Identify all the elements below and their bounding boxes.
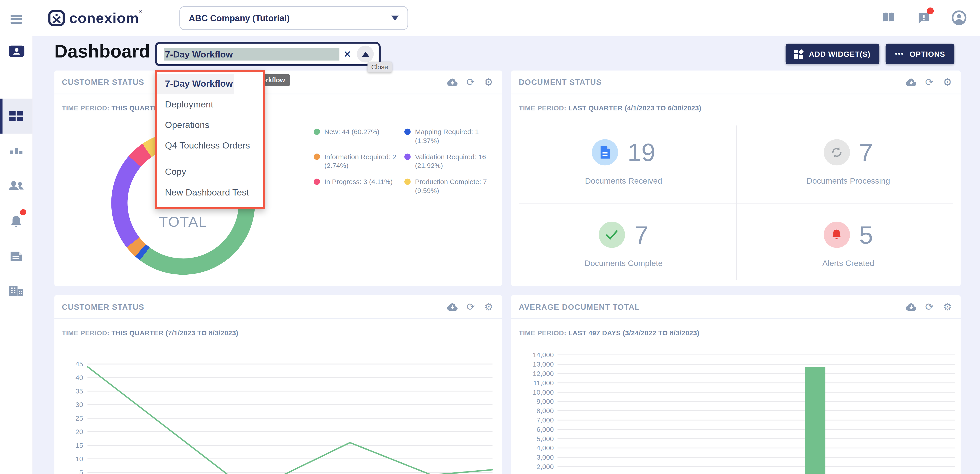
settings-icon[interactable]: ⚙	[942, 301, 953, 312]
menu-item[interactable]: Q4 Touchless Orders	[157, 135, 263, 156]
feedback-icon[interactable]	[916, 10, 931, 26]
legend-label: Validation Required: 16 (21.92%)	[415, 153, 486, 169]
sidebar-item-dashboard[interactable]	[0, 98, 32, 133]
legend-dot-icon	[314, 128, 320, 135]
legend-label: New: 44 (60.27%)	[325, 128, 380, 135]
time-period: TIME PERIOD: LAST QUARTER (4/1/2023 TO 6…	[519, 104, 702, 112]
settings-icon[interactable]: ⚙	[483, 301, 494, 312]
stat-value: 5	[859, 222, 873, 247]
svg-text:10: 10	[76, 455, 83, 463]
menu-item[interactable]: 7-Day Workflow	[157, 74, 234, 94]
legend-item[interactable]: In Progress: 3 (4.11%)	[314, 178, 404, 195]
stat-tile[interactable]: 7 Documents Complete	[511, 203, 736, 286]
svg-text:3,000: 3,000	[536, 453, 554, 461]
svg-text:10,000: 10,000	[533, 388, 554, 396]
menu-item[interactable]: New Dashboard Test	[157, 182, 263, 203]
legend-dot-icon	[314, 154, 320, 160]
options-button[interactable]: ••• OPTIONS	[886, 44, 955, 64]
refresh-icon[interactable]: ⟳	[924, 301, 935, 312]
chevron-up-icon	[361, 52, 369, 57]
dashboard-name-value: 7-Day Workflow	[164, 48, 339, 60]
brand-name: conexiom	[69, 8, 139, 28]
time-period: TIME PERIOD: THIS QUARTER (7/1/2023 TO 8…	[62, 329, 239, 337]
clear-icon[interactable]: ✕	[344, 48, 351, 60]
bell-icon	[824, 221, 850, 247]
sidebar-item-documents[interactable]	[0, 239, 32, 274]
time-period: TIME PERIOD: LAST 497 DAYS (3/24/2022 TO…	[519, 329, 699, 337]
sidebar-item-contact-card[interactable]	[0, 36, 32, 66]
legend-item[interactable]: New: 44 (60.27%)	[314, 128, 404, 145]
close-tooltip: Close	[368, 62, 391, 73]
stat-tile[interactable]: 7 Documents Processing	[736, 122, 961, 203]
svg-text:30: 30	[76, 401, 83, 408]
customer-status-line-widget: CUSTOMER STATUS ⟳ ⚙ TIME PERIOD: THIS QU…	[54, 295, 502, 474]
feedback-badge	[927, 8, 934, 14]
legend-label: Production Complete: 7 (9.59%)	[415, 178, 487, 194]
legend-item[interactable]: Validation Required: 16 (21.92%)	[404, 153, 496, 170]
svg-text:9,000: 9,000	[536, 398, 554, 405]
sidebar-item-analytics[interactable]	[0, 134, 32, 168]
refresh-icon[interactable]: ⟳	[465, 301, 476, 312]
add-widgets-button[interactable]: ADD WIDGET(S)	[786, 44, 880, 64]
conexiom-logo: conexiom ®	[48, 8, 142, 28]
stat-value: 19	[627, 140, 655, 165]
legend-dot-icon	[404, 128, 410, 135]
legend-item[interactable]: Mapping Required: 1 (1.37%)	[404, 128, 496, 145]
company-selector[interactable]: ABC Company (Tutorial)	[180, 6, 408, 30]
refresh-icon[interactable]: ⟳	[924, 76, 935, 87]
hamburger-menu-icon[interactable]	[11, 15, 22, 24]
svg-text:11,000: 11,000	[533, 379, 554, 387]
svg-text:8,000: 8,000	[536, 407, 554, 414]
svg-text:25: 25	[76, 414, 83, 422]
stat-tile[interactable]: 5 Alerts Created	[736, 203, 961, 286]
conexiom-logo-icon	[48, 8, 66, 28]
account-icon[interactable]	[951, 10, 966, 26]
notifications-badge	[20, 209, 26, 215]
stat-value: 7	[859, 140, 873, 165]
svg-text:20: 20	[76, 428, 83, 436]
sidebar	[0, 36, 32, 474]
sidebar-item-company[interactable]	[0, 274, 32, 308]
page-title: Dashboard	[54, 41, 150, 62]
settings-icon[interactable]: ⚙	[942, 76, 953, 87]
svg-text:14,000: 14,000	[533, 351, 554, 358]
app-stage: conexiom ® ABC Company (Tutorial)	[0, 0, 980, 474]
svg-text:15: 15	[76, 442, 83, 449]
svg-text:13,000: 13,000	[533, 360, 554, 368]
svg-text:6,000: 6,000	[536, 426, 554, 433]
legend-label: Mapping Required: 1 (1.37%)	[415, 128, 479, 144]
average-document-total-bar-chart[interactable]: 14,00013,00012,00011,00010,0009,0008,000…	[524, 346, 961, 474]
refresh-icon[interactable]: ⟳	[465, 76, 476, 87]
export-icon[interactable]	[447, 301, 458, 312]
svg-text:2,000: 2,000	[536, 463, 554, 470]
collapse-dropdown-button[interactable]	[357, 46, 374, 62]
settings-icon[interactable]: ⚙	[483, 76, 494, 87]
legend-item[interactable]: Production Complete: 7 (9.59%)	[404, 178, 496, 195]
registered-mark: ®	[139, 10, 142, 14]
ellipsis-icon: •••	[895, 51, 904, 57]
stat-label: Documents Complete	[584, 258, 663, 268]
customer-status-widget: CUSTOMER STATUS ⟳ ⚙ TIME PERIOD: THIS QU…	[54, 70, 502, 286]
company-selector-value: ABC Company (Tutorial)	[189, 13, 391, 23]
stat-tile[interactable]: 19 Documents Received	[511, 122, 736, 203]
top-bar: conexiom ® ABC Company (Tutorial)	[0, 0, 980, 36]
menu-item[interactable]: Copy	[157, 162, 263, 182]
document-icon	[592, 139, 618, 165]
check-icon	[599, 221, 625, 247]
export-icon[interactable]	[447, 76, 458, 87]
stat-value: 7	[635, 222, 649, 247]
customer-status-line-chart[interactable]: 45403530252015105	[67, 358, 498, 474]
sync-icon	[824, 139, 850, 165]
sidebar-item-users[interactable]	[0, 168, 32, 203]
export-icon[interactable]	[905, 76, 917, 87]
documentation-icon[interactable]	[881, 10, 896, 26]
legend-label: In Progress: 3 (4.11%)	[325, 178, 393, 185]
menu-item[interactable]: Operations	[157, 115, 263, 135]
legend-dot-icon	[314, 179, 320, 185]
svg-text:40: 40	[76, 374, 83, 381]
dashboard-name-input[interactable]: 7-Day Workflow ✕	[155, 42, 381, 66]
export-icon[interactable]	[905, 301, 917, 312]
legend-item[interactable]: Information Required: 2 (2.74%)	[314, 153, 404, 170]
menu-item[interactable]: Deployment	[157, 94, 263, 115]
sidebar-item-notifications[interactable]	[0, 203, 32, 238]
